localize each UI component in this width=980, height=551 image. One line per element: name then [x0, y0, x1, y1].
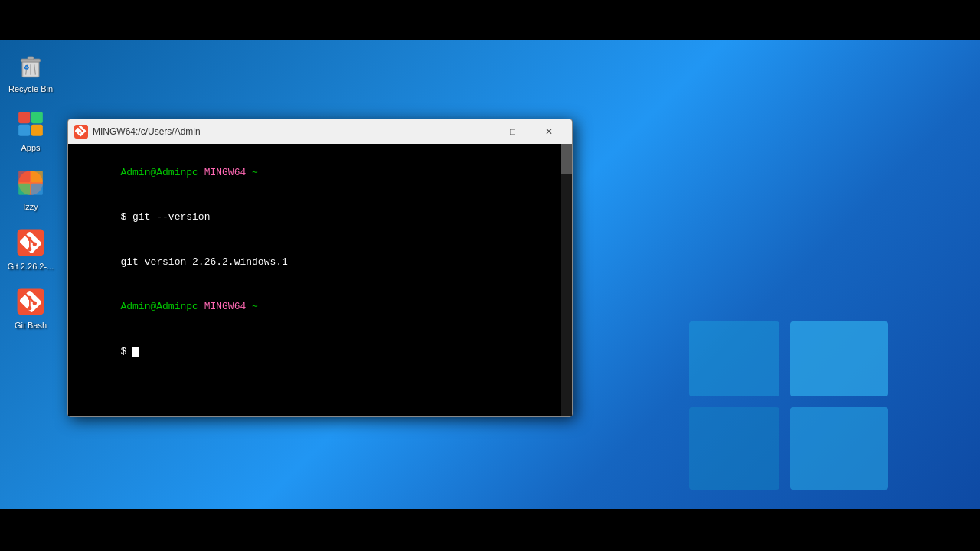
- svg-rect-16: [31, 184, 43, 195]
- close-button[interactable]: ✕: [531, 119, 566, 144]
- command-text-1: $ git --version: [120, 211, 210, 223]
- svg-rect-20: [790, 321, 888, 396]
- recycle-bin-icon: ♻: [15, 49, 47, 81]
- recycle-bin-label: Recycle Bin: [8, 84, 53, 94]
- terminal-line-1: Admin@Adminpc MINGW64 ~: [73, 150, 567, 195]
- active-prompt: $: [120, 346, 132, 357]
- svg-rect-9: [31, 112, 43, 123]
- git-bash-label: Git Bash: [15, 321, 47, 331]
- terminal-title-icon: [74, 125, 88, 139]
- desktop-icon-git-installer[interactable]: Git 2.26.2-...: [4, 223, 57, 275]
- terminal-scrollbar[interactable]: [561, 144, 572, 416]
- titlebar-buttons: ─ □ ✕: [459, 119, 566, 144]
- svg-rect-19: [689, 321, 779, 396]
- svg-rect-3: [28, 57, 34, 60]
- cursor-blink: [132, 347, 139, 357]
- apps-icon: [15, 108, 47, 140]
- apps-label: Apps: [21, 143, 40, 153]
- terminal-line-5[interactable]: $: [73, 329, 567, 374]
- desktop-icon-apps[interactable]: Apps: [4, 105, 57, 156]
- svg-rect-21: [689, 407, 779, 490]
- svg-rect-10: [18, 125, 30, 136]
- svg-text:♻: ♻: [24, 64, 29, 71]
- black-bar-bottom: [0, 509, 980, 551]
- izzy-label: Izzy: [23, 202, 38, 212]
- desktop-icon-izzy[interactable]: Izzy: [4, 164, 57, 215]
- terminal-line-2: $ git --version: [73, 195, 567, 240]
- minimize-button[interactable]: ─: [459, 119, 494, 144]
- terminal-titlebar: MINGW64:/c/Users/Admin ─ □ ✕: [68, 119, 572, 144]
- svg-rect-14: [31, 171, 43, 183]
- desktop-icon-git-bash[interactable]: Git Bash: [4, 282, 57, 334]
- terminal-title-text: MINGW64:/c/Users/Admin: [93, 126, 459, 137]
- svg-rect-8: [18, 112, 30, 123]
- terminal-line-4: Admin@Adminpc MINGW64 ~: [73, 285, 567, 330]
- scrollbar-thumb[interactable]: [561, 144, 572, 174]
- output-text-1: git version 2.26.2.windows.1: [120, 256, 287, 268]
- terminal-body[interactable]: Admin@Adminpc MINGW64 ~ $ git --version …: [68, 144, 572, 416]
- izzy-icon: [15, 167, 47, 199]
- windows-logo: [689, 321, 888, 490]
- git-installer-icon: [15, 227, 47, 259]
- prompt-user-2: Admin@Adminpc: [120, 301, 198, 312]
- svg-rect-11: [31, 125, 43, 136]
- svg-rect-15: [18, 184, 30, 195]
- svg-rect-13: [18, 171, 30, 183]
- maximize-button[interactable]: □: [495, 119, 530, 144]
- desktop: ♻ Recycle Bin Apps: [0, 0, 980, 551]
- terminal-window[interactable]: MINGW64:/c/Users/Admin ─ □ ✕ Admin@Admin…: [67, 119, 573, 417]
- desktop-icon-recycle-bin[interactable]: ♻ Recycle Bin: [4, 46, 57, 97]
- svg-rect-22: [790, 407, 888, 490]
- prompt-user-1: Admin@Adminpc: [120, 167, 198, 178]
- git-installer-label: Git 2.26.2-...: [8, 262, 54, 272]
- git-bash-icon: [15, 285, 47, 318]
- terminal-line-3: git version 2.26.2.windows.1: [73, 240, 567, 285]
- desktop-icons: ♻ Recycle Bin Apps: [4, 46, 57, 334]
- black-bar-top: [0, 0, 980, 40]
